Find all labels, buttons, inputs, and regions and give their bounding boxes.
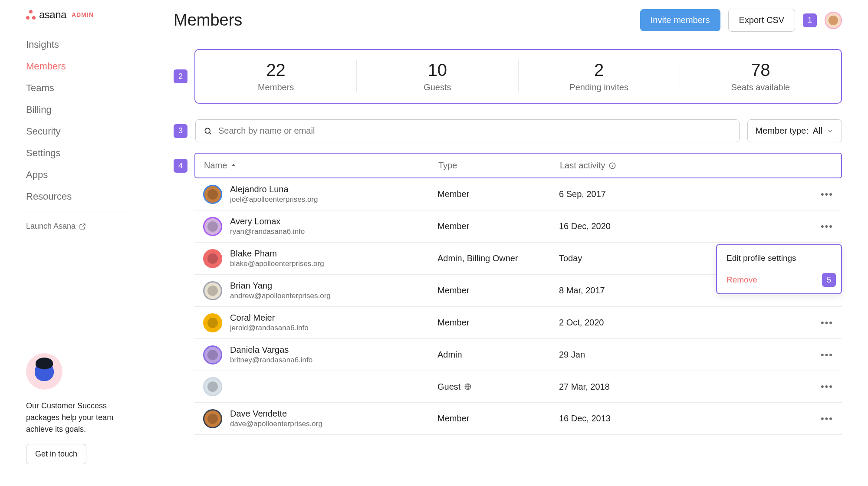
member-avatar [203,217,222,236]
nav-members[interactable]: Members [26,56,148,77]
column-activity-label: Last activity [560,161,605,171]
column-type[interactable]: Type [438,161,560,171]
row-more-button[interactable]: ••• [807,413,833,424]
cell-activity: 27 Mar, 2018 [559,382,807,392]
member-email: joel@apolloenterprises.org [230,195,318,204]
cell-name: Dave Vendettedave@apolloenterprises.org [203,409,437,428]
search-row: 3 Member type: All [174,119,842,142]
member-name: Avery Lomax [230,217,305,227]
row-more-button[interactable]: ••• [807,349,833,361]
current-user-avatar[interactable] [825,12,842,29]
row-more-button[interactable]: ••• [807,221,833,232]
stat-seats: 78 Seats available [680,60,841,92]
member-type-filter[interactable]: Member type: All [747,119,842,142]
row-more-button[interactable]: ••• [807,317,833,328]
cell-activity: 2 Oct, 2020 [559,318,807,328]
nav-teams[interactable]: Teams [26,77,148,99]
nav-security[interactable]: Security [26,121,148,142]
sidebar-footer: Our Customer Success packages help your … [26,353,148,477]
cell-type: Member [437,221,559,231]
table-row: Guest27 Mar, 2018••• [194,371,842,403]
cell-type: Member [437,286,559,296]
stat-guests-value: 10 [357,60,518,80]
member-avatar [203,345,222,364]
member-avatar [203,313,222,332]
page-title: Members [174,11,242,30]
sidebar: asana ADMIN Insights Members Teams Billi… [0,0,148,486]
column-name-label: Name [204,161,227,171]
invite-members-button[interactable]: Invite members [640,9,720,31]
stat-guests: 10 Guests [357,60,518,92]
member-email: dave@apolloenterprises.org [230,420,322,428]
member-name: Daniela Vargas [230,345,312,355]
member-avatar [203,377,222,396]
callout-3: 3 [174,124,187,138]
nav-billing[interactable]: Billing [26,99,148,121]
stat-pending-value: 2 [519,60,680,80]
cell-type: Member [437,414,559,424]
cell-activity: 29 Jan [559,350,807,360]
logo: asana ADMIN [26,9,148,21]
stat-members-value: 22 [195,60,356,80]
member-name: Brian Yang [230,281,331,291]
member-avatar [203,185,222,204]
nav-apps[interactable]: Apps [26,164,148,186]
cell-name: Coral Meierjerold@randasana6.info [203,313,437,332]
globe-icon [464,383,472,391]
search-box[interactable] [195,119,740,142]
brand-name: asana [39,9,66,21]
nav-settings[interactable]: Settings [26,142,148,164]
table-row: Dave Vendettedave@apolloenterprises.orgM… [194,403,842,435]
callout-1: 1 [803,13,817,27]
main-content: Members Invite members Export CSV 1 2 22… [148,0,868,486]
menu-edit-profile[interactable]: Edit profile settings [717,247,841,269]
member-name: Coral Meier [230,313,309,323]
info-icon [608,162,616,170]
stat-pending-label: Pending invites [519,82,680,92]
stat-members: 22 Members [195,60,357,92]
filter-prefix: Member type: [756,126,809,136]
member-email: blake@apolloenterprises.org [230,259,324,268]
cell-activity: 6 Sep, 2017 [559,189,807,199]
get-in-touch-button[interactable]: Get in touch [26,444,86,464]
cell-name [203,377,437,396]
page-header: Members Invite members Export CSV 1 [174,9,842,32]
cell-type: Member [437,318,559,328]
callout-5: 5 [822,273,836,287]
filter-value: All [813,126,822,136]
header-actions: Invite members Export CSV 1 [640,9,842,32]
stat-members-label: Members [195,82,356,92]
row-more-button[interactable]: ••• [807,381,833,392]
nav-insights[interactable]: Insights [26,34,148,56]
member-name: Alejandro Luna [230,184,318,194]
member-email: britney@randasana6.info [230,356,312,364]
divider [26,213,130,213]
callout-4: 4 [174,159,187,173]
member-avatar [203,409,222,428]
member-email: jerold@randasana6.info [230,324,309,332]
stats-box: 22 Members 10 Guests 2 Pending invites 7… [194,49,842,104]
member-avatar [203,249,222,268]
member-name: Blake Pham [230,249,324,259]
search-input[interactable] [218,126,731,136]
cell-name: Avery Lomaxryan@randasana6.info [203,217,437,236]
cell-type: Admin [437,350,559,360]
export-csv-button[interactable]: Export CSV [728,9,795,32]
column-activity[interactable]: Last activity [560,161,832,171]
menu-remove[interactable]: Remove 5 [717,269,841,291]
row-more-button[interactable]: ••• [807,189,833,200]
launch-asana-link[interactable]: Launch Asana [26,218,148,234]
table-row: Alejandro Lunajoel@apolloenterprises.org… [194,178,842,210]
column-name[interactable]: Name [204,161,438,171]
external-link-icon [79,223,86,230]
table-row: Avery Lomaxryan@randasana6.infoMember16 … [194,210,842,243]
nav-resources[interactable]: Resources [26,186,148,207]
member-avatar [203,281,222,300]
cell-name: Alejandro Lunajoel@apolloenterprises.org [203,184,437,204]
stat-seats-value: 78 [680,60,841,80]
cell-type: Guest [437,382,559,392]
menu-remove-label: Remove [727,275,757,284]
cell-name: Brian Yangandrew@apolloenterprises.org [203,281,437,300]
chevron-down-icon [827,128,834,135]
cell-name: Daniela Vargasbritney@randasana6.info [203,345,437,364]
